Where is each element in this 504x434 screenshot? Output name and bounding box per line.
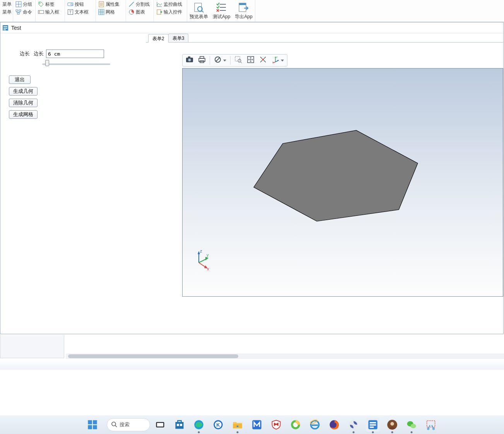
svg-point-9: [71, 3, 72, 5]
svg-rect-86: [370, 427, 374, 428]
svg-rect-84: [370, 422, 376, 424]
axes-dropdown[interactable]: yx: [269, 55, 286, 66]
svg-point-46: [238, 59, 241, 62]
taskbar-app-m[interactable]: [250, 418, 264, 432]
ribbon-menu-item[interactable]: 菜单: [2, 1, 10, 8]
propset-icon: [98, 1, 104, 7]
button-icon: [67, 1, 73, 7]
edge-input[interactable]: [46, 50, 104, 58]
edge-icon: [193, 419, 204, 430]
svg-rect-62: [93, 425, 97, 429]
svg-rect-33: [3, 26, 7, 27]
ribbon-tag-button[interactable]: 标签: [38, 1, 62, 8]
firefox-icon: [329, 419, 340, 430]
taskbar-chrome-like[interactable]: [347, 418, 360, 432]
svg-text:x: x: [272, 61, 273, 63]
svg-rect-67: [176, 422, 184, 429]
ribbon-test-button[interactable]: 测试App: [210, 0, 232, 22]
taskbar-store[interactable]: [173, 418, 186, 432]
ie-icon: [309, 419, 320, 430]
ribbon-textbox-button[interactable]: 文本框: [67, 9, 93, 15]
taskbar-mcafee[interactable]: [269, 418, 283, 432]
svg-rect-31: [239, 3, 246, 5]
taskbar-kugou[interactable]: K: [211, 418, 225, 432]
zoom-extents-button[interactable]: [244, 55, 257, 66]
ribbon-monitor-button[interactable]: 监控曲线: [156, 1, 185, 8]
svg-point-39: [189, 59, 190, 61]
taskbar-comsol[interactable]: [366, 418, 380, 432]
horizontal-scrollbar[interactable]: [66, 354, 504, 359]
svg-rect-35: [3, 29, 6, 30]
svg-point-49: [262, 59, 264, 60]
ribbon-group-button[interactable]: 分组: [15, 1, 33, 8]
axis-x-label: x: [207, 267, 209, 271]
form-icon: [2, 24, 9, 31]
svg-point-6: [39, 3, 41, 4]
taskbar-ie[interactable]: [308, 418, 322, 432]
svg-rect-7: [38, 10, 44, 14]
ribbon-cmd-button[interactable]: 命令: [15, 9, 33, 15]
exit-button[interactable]: 退出: [9, 75, 31, 84]
svg-point-80: [310, 419, 318, 424]
taskbar-edge[interactable]: [192, 418, 206, 432]
ribbon-split-button[interactable]: 分割线: [128, 1, 151, 8]
ribbon-export-button[interactable]: 导出App: [232, 0, 255, 22]
mesh-icon: [98, 9, 104, 15]
ribbon-chart-button[interactable]: 图表: [128, 9, 151, 15]
ribbon-button-button[interactable]: 按钮: [67, 1, 93, 8]
taskbar-wechat[interactable]: [405, 418, 419, 432]
clear-geometry-button[interactable]: 清除几何: [9, 99, 38, 107]
ribbon-grid-button[interactable]: 网格: [98, 9, 123, 15]
graphics-canvas[interactable]: z y x: [182, 68, 503, 297]
edge-slider[interactable]: [42, 63, 110, 65]
taskbar-firefox[interactable]: [327, 418, 341, 432]
avatar-icon: [387, 419, 398, 430]
zoom-selected-button[interactable]: [257, 55, 269, 66]
svg-rect-5: [17, 13, 19, 14]
taskbar-search[interactable]: 搜索: [107, 418, 150, 431]
ribbon-preview-button[interactable]: 预览表单: [187, 0, 210, 22]
preview-icon: [193, 2, 205, 13]
print-button[interactable]: [196, 55, 208, 66]
textbox-icon: [67, 9, 73, 15]
svg-rect-93: [427, 421, 435, 427]
taskbar-search-label: 搜索: [120, 421, 130, 428]
ribbon-input-button[interactable]: 输入框: [38, 9, 62, 15]
tab-form3[interactable]: 表单3: [168, 34, 189, 42]
svg-rect-23: [157, 10, 161, 14]
forbid-dropdown[interactable]: [212, 55, 229, 66]
tab-form2[interactable]: 表单2: [148, 34, 169, 43]
svg-point-90: [411, 424, 416, 429]
tabs-area: 表单2 表单3 yx: [146, 33, 503, 334]
tab-content: yx z: [146, 43, 503, 334]
svg-rect-4: [19, 10, 21, 11]
taskbar-avatar[interactable]: [385, 418, 399, 432]
tree-icon: [15, 9, 22, 15]
taskbar-explorer[interactable]: [231, 418, 244, 432]
ribbon-propset-button[interactable]: 属性集: [98, 1, 123, 8]
svg-rect-61: [88, 425, 92, 429]
separator: [210, 56, 210, 65]
taskbar-taskview[interactable]: [153, 418, 167, 432]
svg-rect-85: [370, 424, 376, 426]
ribbon-inputctrl-button[interactable]: 输入控件: [156, 9, 185, 15]
axis-z-label: z: [200, 249, 202, 253]
ribbon-menu-item[interactable]: 菜单: [2, 9, 10, 15]
taskbar-360[interactable]: [289, 418, 302, 432]
zoom-box-button[interactable]: [232, 55, 244, 66]
chart-icon: [128, 9, 135, 15]
start-button[interactable]: [84, 417, 101, 433]
snapshot-button[interactable]: [183, 55, 196, 66]
svg-rect-41: [200, 56, 204, 58]
svg-rect-66: [157, 423, 163, 426]
window-titlebar[interactable]: Test: [0, 22, 503, 33]
taskbar-snip[interactable]: [424, 418, 438, 432]
axis-y-label: y: [207, 253, 209, 257]
axes-icon: yx: [272, 56, 279, 65]
ribbon: 菜单 菜单 分组 命令 标签 输入框: [0, 0, 504, 22]
svg-rect-59: [88, 420, 92, 424]
generate-geometry-button[interactable]: 生成几何: [9, 87, 38, 96]
grid-icon: [15, 1, 22, 7]
generate-mesh-button[interactable]: 生成网格: [9, 110, 38, 119]
browser-green-icon: [290, 419, 301, 430]
